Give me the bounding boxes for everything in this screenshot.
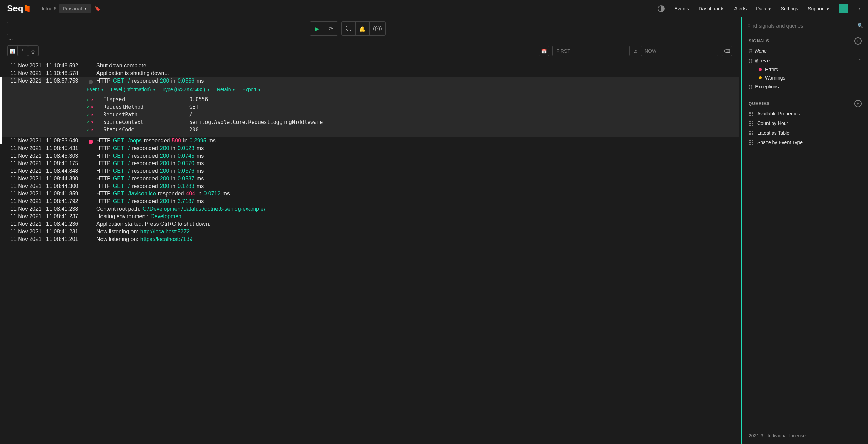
log-row[interactable]: 11 Nov 202111:08:41.237Hosting environme… [0,213,739,220]
expanded-menu-export[interactable]: Export ▼ [242,87,261,92]
query-input[interactable] [7,22,306,35]
grid-icon [749,112,753,116]
alert-button[interactable]: 🔔 [356,22,370,35]
chart-mode-button[interactable]: 📊 [7,46,18,56]
log-message: HTTP GET / responded 200 in 3.7187 ms [96,198,204,204]
query-space-by-event-type[interactable]: Space by Event Type [742,138,868,147]
include-icon[interactable]: ✔ [87,128,89,132]
exclude-icon[interactable]: ✖ [91,128,94,132]
add-query-button[interactable]: + [854,100,862,107]
query-count-by-hour[interactable]: Count by Hour [742,118,868,128]
expanded-menu-level[interactable]: Level (Information) ▼ [111,87,156,92]
selection-indicator [0,77,2,144]
property-row[interactable]: ✔✖RequestPath/ [87,111,729,118]
nav-data[interactable]: Data ▼ [756,6,771,11]
property-value: 0.0556 [189,96,208,103]
query-latest-as-table[interactable]: Latest as Table [742,128,868,138]
exclude-icon[interactable]: ✖ [91,120,94,125]
date-from-input[interactable] [552,46,630,56]
log-date: 11 Nov 2021 [10,221,43,227]
workspace-dropdown[interactable]: Personal ▼ [59,4,91,13]
signal-errors[interactable]: Errors [742,65,868,74]
property-row[interactable]: ✔✖SourceContextSerilog.AspNetCore.Reques… [87,118,729,126]
run-button[interactable]: ▶ [310,22,324,35]
log-row[interactable]: 11 Nov 202111:08:41.238Content root path… [0,205,739,213]
log-time: 11:08:57.753 [46,78,84,84]
search-icon[interactable]: 🔍 [857,23,863,28]
nav-support[interactable]: Support ▼ [808,6,829,11]
exclude-icon[interactable]: ✖ [91,97,94,102]
log-row[interactable]: 11 Nov 202111:08:41.201Now listening on:… [0,235,739,243]
avatar[interactable] [839,4,848,13]
chevron-down-icon[interactable]: ▼ [858,7,861,10]
expanded-menu-retain[interactable]: Retain ▼ [217,87,235,92]
log-date: 11 Nov 2021 [10,168,43,174]
query-available-properties[interactable]: Available Properties [742,109,868,118]
add-signal-button[interactable]: + [854,37,862,45]
log-message: HTTP GET / responded 200 in 0.0523 ms [96,145,204,151]
log-time: 11:08:41.231 [46,229,84,235]
stream-button[interactable]: ((·)) [370,22,385,35]
chevron-up-icon: ⌃ [858,58,862,63]
nav-alerts[interactable]: Alerts [734,6,747,11]
log-row[interactable]: 11 Nov 202111:08:45.431HTTP GET / respon… [0,145,739,152]
refresh-button[interactable]: ⟳ [324,22,338,35]
log-row[interactable]: 11 Nov 202111:08:45.175HTTP GET / respon… [0,160,739,167]
nav-settings[interactable]: Settings [781,6,798,11]
bookmark-icon[interactable]: 🔖 [95,6,100,11]
expand-button[interactable]: ⛶ [342,22,356,35]
signal-level[interactable]: ((·)) @Level ⌃ [742,56,868,65]
log-row[interactable]: 11 Nov 202111:08:44.390HTTP GET / respon… [0,175,739,182]
log-row[interactable]: 11 Nov 202111:10:48.578Application is sh… [0,70,739,77]
grid-icon [749,140,753,145]
property-row[interactable]: ✔✖StatusCode200 [87,126,729,134]
signal-none[interactable]: ((·)) None [742,46,868,56]
expanded-menu-type[interactable]: Type (0x37AA1435) ▼ [162,87,210,92]
log-date: 11 Nov 2021 [10,160,43,167]
log-row[interactable]: 11 Nov 202111:08:45.303HTTP GET / respon… [0,152,739,160]
signals-search-input[interactable] [747,23,857,29]
property-value: 200 [189,127,199,133]
log-message: Hosting environment: Development [96,213,183,220]
log-time: 11:08:41.859 [46,191,84,197]
property-row[interactable]: ✔✖Elapsed0.0556 [87,96,729,103]
property-name: StatusCode [103,127,189,133]
include-icon[interactable]: ✔ [87,97,89,102]
collapse-indicator[interactable]: … [0,34,739,41]
logo[interactable]: Seq [7,3,30,14]
log-row[interactable]: 11 Nov 202111:08:41.859HTTP GET /favicon… [0,190,739,198]
braces-button[interactable]: {} [28,46,38,56]
include-icon[interactable]: ✔ [87,105,89,109]
log-date: 11 Nov 2021 [10,145,43,151]
log-row[interactable]: 11 Nov 202111:08:53.640HTTP GET /oops re… [0,137,739,145]
exclude-icon[interactable]: ✖ [91,105,94,109]
clear-date-button[interactable]: ⌫ [722,46,732,56]
log-row[interactable]: 11 Nov 202111:08:57.753HTTP GET / respon… [0,77,739,85]
log-date: 11 Nov 2021 [10,191,43,197]
nav-dashboards[interactable]: Dashboards [699,6,725,11]
theme-toggle-icon[interactable] [658,5,665,12]
include-icon[interactable]: ✔ [87,113,89,117]
warning-dot-icon [759,76,762,79]
log-message: HTTP GET /favicon.ico responded 404 in 0… [96,191,230,197]
nav-events[interactable]: Events [674,6,689,11]
calendar-button[interactable]: 📅 [539,46,549,56]
date-to-input[interactable] [641,46,718,56]
log-message: HTTP GET / responded 200 in 0.0556 ms [96,78,204,84]
include-icon[interactable]: ✔ [87,120,89,125]
log-row[interactable]: 11 Nov 202111:08:44.300HTTP GET / respon… [0,182,739,190]
project-name[interactable]: dotnet6 [40,6,56,11]
log-row[interactable]: 11 Nov 202111:10:48.592Shut down complet… [0,62,739,70]
quote-button[interactable]: ❜ [18,46,28,56]
log-row[interactable]: 11 Nov 202111:08:44.848HTTP GET / respon… [0,167,739,175]
log-message: Content root path: C:\Development\datalu… [96,206,265,212]
exclude-icon[interactable]: ✖ [91,113,94,117]
signal-warnings[interactable]: Warnings [742,74,868,82]
log-row[interactable]: 11 Nov 202111:08:41.231Now listening on:… [0,228,739,235]
property-row[interactable]: ✔✖RequestMethodGET [87,103,729,111]
signal-exceptions[interactable]: ((·)) Exceptions [742,82,868,92]
log-date: 11 Nov 2021 [10,63,43,69]
log-row[interactable]: 11 Nov 202111:08:41.236Application start… [0,220,739,228]
expanded-menu-event[interactable]: Event ▼ [87,87,104,92]
log-row[interactable]: 11 Nov 202111:08:41.792HTTP GET / respon… [0,198,739,205]
